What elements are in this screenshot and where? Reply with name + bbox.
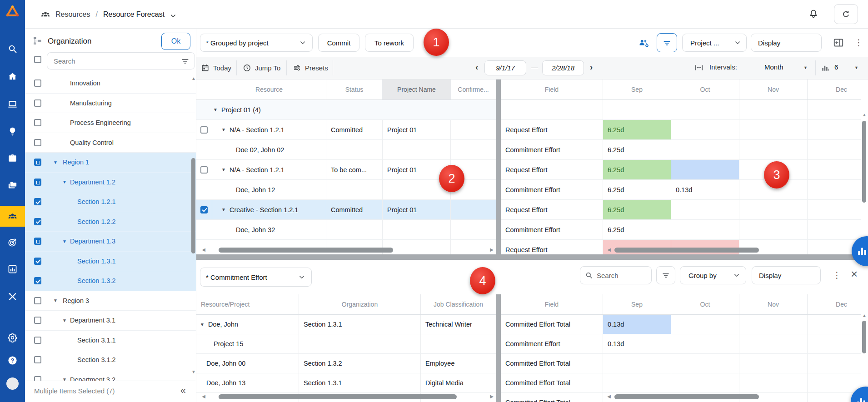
organization-cell[interactable] <box>299 334 421 353</box>
resource-settings-icon[interactable] <box>638 37 650 49</box>
side-panel-toggle-icon[interactable] <box>833 37 844 49</box>
field-select[interactable]: * Commitment Effort <box>200 268 312 287</box>
row-expand-arrow[interactable]: ▼ <box>221 167 226 172</box>
project-cell[interactable] <box>383 140 451 159</box>
effort-cell-oct[interactable] <box>671 200 739 219</box>
effort-cell-dec[interactable] <box>808 220 861 239</box>
resource-cell[interactable]: ▼N/A - Section 1.2.1 <box>212 160 326 179</box>
effort-cell-nov[interactable] <box>739 373 808 392</box>
row-checkbox-cell[interactable] <box>196 120 212 139</box>
group-label-cell[interactable]: ▼Project 01 (4) <box>196 100 496 119</box>
effort-cell-dec[interactable] <box>808 373 861 392</box>
status-cell[interactable] <box>326 180 383 199</box>
tree-item-manufacturing[interactable]: Manufacturing <box>25 94 196 114</box>
resource-cell[interactable]: ▼N/A - Section 1.2.1 <box>212 120 326 139</box>
tree-checkbox[interactable] <box>34 337 41 344</box>
tree-checkbox[interactable] <box>34 139 41 146</box>
nav-item-work-items[interactable] <box>0 148 25 169</box>
tree-checkbox[interactable] <box>34 297 41 304</box>
filter-icon[interactable] <box>180 56 190 66</box>
tree-checkbox[interactable] <box>34 179 41 186</box>
right-grid-hscrollbar[interactable]: ◀ <box>605 247 860 253</box>
job-classification-cell[interactable]: Employee <box>421 354 496 373</box>
tree-item-section-1-2-2[interactable]: Section 1.2.2 <box>25 212 196 232</box>
commit-button[interactable]: Commit <box>318 34 359 52</box>
row-checkbox-cell[interactable] <box>196 180 212 199</box>
bottom-left-hscrollbar[interactable]: ◀ ▶ <box>198 393 495 400</box>
resource-cell[interactable]: ▼Creative - Section 1.2.1 <box>212 200 326 219</box>
refresh-button[interactable] <box>834 4 858 24</box>
row-checkbox-cell[interactable] <box>196 200 212 219</box>
effort-cell-dec[interactable] <box>808 200 861 219</box>
row-expand-arrow[interactable]: ▼ <box>221 127 226 132</box>
collapse-panel-icon[interactable]: « <box>180 385 186 397</box>
nav-item-workspace[interactable] <box>0 94 25 114</box>
nav-settings[interactable] <box>0 328 25 349</box>
row-checkbox[interactable] <box>200 166 208 174</box>
effort-cell-oct[interactable] <box>671 220 739 239</box>
effort-cell-nov[interactable] <box>739 140 808 159</box>
end-date-input[interactable]: 2/28/18 <box>542 60 584 75</box>
tree-item-department-3-1[interactable]: ▼Department 3.1 <box>25 311 196 331</box>
tree-item-section-1-2-1[interactable]: Section 1.2.1 <box>25 192 196 212</box>
interval-select[interactable]: Month <box>764 63 783 71</box>
more-options-kebab-icon[interactable]: ⋮ <box>854 37 863 48</box>
tree-checkbox[interactable] <box>34 198 41 205</box>
column-header-field[interactable]: Field <box>501 79 603 99</box>
effort-cell-sep[interactable]: 0.13d <box>603 334 671 353</box>
column-header-field[interactable]: Field <box>501 294 603 314</box>
start-date-input[interactable]: 9/1/17 <box>484 60 526 75</box>
row-checkbox-cell[interactable] <box>196 160 212 179</box>
effort-cell-sep[interactable]: 6.25d <box>603 200 671 219</box>
nav-item-projects[interactable] <box>0 174 25 195</box>
project-cell[interactable]: Project 01 <box>383 200 451 219</box>
row-expand-arrow[interactable]: ▼ <box>221 207 226 212</box>
effort-cell-nov[interactable] <box>739 200 808 219</box>
row-checkbox-cell[interactable] <box>196 140 212 159</box>
column-header-nov[interactable]: Nov <box>739 294 808 314</box>
expand-arrow-icon[interactable]: ▼ <box>62 239 67 244</box>
display-button[interactable]: Display <box>751 34 822 52</box>
resource-project-cell[interactable]: Doe, John 00 <box>196 354 299 373</box>
column-header-sep[interactable]: Sep <box>603 79 671 99</box>
effort-cell-nov[interactable] <box>739 354 808 373</box>
column-header-resource[interactable]: Resource <box>212 79 326 99</box>
tree-item-region-3[interactable]: ▼Region 3 <box>25 291 196 311</box>
group-expand-arrow[interactable]: ▼ <box>213 107 218 112</box>
prev-period-chevron[interactable]: ‹ <box>475 62 478 72</box>
column-header-oct[interactable]: Oct <box>671 294 739 314</box>
column-header-organization[interactable]: Organization <box>299 294 421 314</box>
to-rework-button[interactable]: To rework <box>365 34 414 52</box>
expand-arrow-icon[interactable]: ▼ <box>62 179 67 184</box>
confirmed-cell[interactable] <box>451 200 496 219</box>
bottom-search-input[interactable] <box>597 272 642 279</box>
column-header-resourceproject[interactable]: Resource/Project <box>196 294 299 314</box>
tree-item-region-1[interactable]: ▼Region 1 <box>25 153 196 173</box>
tree-item-section-3-1-1[interactable]: Section 3.1.1 <box>25 331 196 351</box>
column-header-sep[interactable]: Sep <box>603 294 671 314</box>
column-header-dec[interactable]: Dec <box>808 294 861 314</box>
project-cell[interactable]: Project 01 <box>383 120 451 139</box>
tree-item-section-3-1-2[interactable]: Section 3.1.2 <box>25 350 196 370</box>
effort-cell-oct[interactable] <box>671 334 739 353</box>
commitment-grid-vscrollbar[interactable]: ▲ <box>862 313 866 395</box>
project-cell[interactable] <box>383 220 451 239</box>
ok-button[interactable]: Ok <box>161 33 190 50</box>
effort-cell-nov[interactable] <box>739 100 808 119</box>
nav-item-home[interactable] <box>0 66 25 87</box>
effort-cell-oct[interactable] <box>671 373 739 392</box>
column-header-dec[interactable]: Dec <box>808 79 861 99</box>
tree-item-department-1-3[interactable]: ▼Department 1.3 <box>25 232 196 252</box>
tree-checkbox[interactable] <box>34 317 41 324</box>
effort-cell-sep[interactable] <box>603 373 671 392</box>
nav-item-goals[interactable] <box>0 232 25 253</box>
org-search-input[interactable] <box>54 53 181 69</box>
next-period-chevron[interactable]: › <box>590 62 593 72</box>
row-checkbox[interactable] <box>200 126 208 134</box>
effort-cell-dec[interactable] <box>808 100 861 119</box>
breadcrumb-section[interactable]: Resources <box>55 10 90 19</box>
nav-item-search[interactable] <box>0 38 25 59</box>
effort-cell-oct[interactable] <box>671 354 739 373</box>
effort-cell-dec[interactable] <box>808 334 861 353</box>
column-header-confirme[interactable]: Confirme... <box>451 79 496 99</box>
